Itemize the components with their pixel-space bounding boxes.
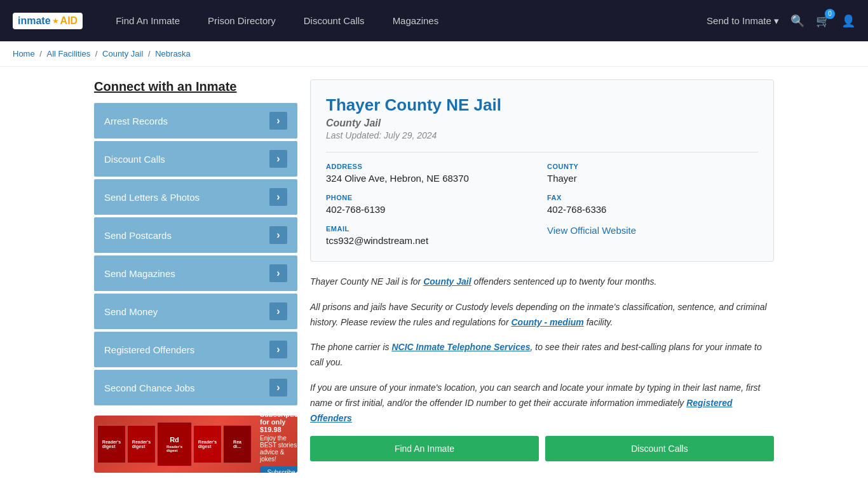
ad-cover-2: Reader'sdigest bbox=[127, 425, 156, 463]
main-container: Connect with an Inmate Arrest Records › … bbox=[85, 79, 783, 473]
nav-links: Find An Inmate Prison Directory Discount… bbox=[102, 0, 707, 41]
detail-county: COUNTY Thayer bbox=[547, 163, 758, 184]
sidebar-item-send-letters[interactable]: Send Letters & Photos › bbox=[94, 179, 297, 215]
nav-find-inmate[interactable]: Find An Inmate bbox=[102, 0, 194, 41]
phone-value: 402-768-6139 bbox=[326, 204, 537, 215]
website-link[interactable]: View Official Website bbox=[547, 225, 758, 236]
arrow-icon: › bbox=[269, 226, 287, 244]
navbar: inmate ★ AID Find An Inmate Prison Direc… bbox=[0, 0, 868, 41]
sidebar-ad: Reader'sdigest Reader'sdigest Rd Reader'… bbox=[94, 416, 297, 473]
ad-cover-4: Readi... bbox=[223, 425, 252, 463]
description: Thayer County NE Jail is for County Jail… bbox=[310, 274, 774, 426]
facility-details: ADDRESS 324 Olive Ave, Hebron, NE 68370 … bbox=[326, 152, 758, 246]
arrow-icon: › bbox=[269, 379, 287, 396]
sidebar-item-registered-offenders[interactable]: Registered Offenders › bbox=[94, 332, 297, 367]
desc-para4: If you are unsure of your inmate's locat… bbox=[310, 381, 774, 426]
nav-prison-directory[interactable]: Prison Directory bbox=[194, 0, 290, 41]
search-icon[interactable]: 🔍 bbox=[790, 14, 804, 28]
nav-magazines[interactable]: Magazines bbox=[379, 0, 453, 41]
sidebar-item-label: Second Chance Jobs bbox=[104, 383, 195, 393]
user-icon[interactable]: 👤 bbox=[841, 14, 855, 28]
address-label: ADDRESS bbox=[326, 163, 537, 170]
arrow-icon: › bbox=[269, 341, 287, 358]
ad-subscribe-button[interactable]: Subscribe Now bbox=[260, 466, 297, 473]
email-label: EMAIL bbox=[326, 225, 537, 233]
detail-website: View Official Website bbox=[547, 225, 758, 246]
sidebar-item-label: Send Money bbox=[104, 306, 158, 317]
logo-inmate-text: inmate bbox=[18, 15, 51, 27]
fax-value: 402-768-6336 bbox=[547, 204, 758, 215]
ad-cover-1: Reader'sdigest bbox=[97, 425, 126, 463]
arrow-icon: › bbox=[269, 112, 287, 130]
breadcrumb-all-facilities[interactable]: All Facilities bbox=[47, 49, 91, 58]
facility-updated: Last Updated: July 29, 2024 bbox=[326, 130, 758, 140]
breadcrumb-sep1: / bbox=[39, 49, 44, 58]
breadcrumb-state[interactable]: Nebraska bbox=[155, 49, 191, 58]
sidebar-menu: Arrest Records › Discount Calls › Send L… bbox=[94, 103, 297, 405]
cart-button[interactable]: 🛒 0 bbox=[816, 14, 830, 28]
main-content: Thayer County NE Jail County Jail Last U… bbox=[310, 79, 774, 473]
sidebar: Connect with an Inmate Arrest Records › … bbox=[94, 79, 297, 473]
ad-text-area: 1 Year Subscription for only $19.98 Enjo… bbox=[255, 416, 297, 473]
facility-name: Thayer County NE Jail bbox=[326, 95, 758, 115]
address-value: 324 Olive Ave, Hebron, NE 68370 bbox=[326, 173, 537, 184]
desc-para2: All prisons and jails have Security or C… bbox=[310, 300, 774, 330]
send-to-inmate-button[interactable]: Send to Inmate ▾ bbox=[707, 15, 779, 27]
detail-address: ADDRESS 324 Olive Ave, Hebron, NE 68370 bbox=[326, 163, 537, 184]
sidebar-item-label: Discount Calls bbox=[104, 154, 165, 165]
county-medium-link[interactable]: County - medium bbox=[511, 317, 583, 327]
sidebar-item-label: Send Postcards bbox=[104, 230, 172, 241]
sidebar-item-arrest-records[interactable]: Arrest Records › bbox=[94, 103, 297, 139]
breadcrumb-sep2: / bbox=[95, 49, 100, 58]
sidebar-item-label: Arrest Records bbox=[104, 116, 168, 126]
county-value: Thayer bbox=[547, 173, 758, 184]
logo-aid-text: AID bbox=[60, 15, 78, 27]
sidebar-title: Connect with an Inmate bbox=[94, 79, 297, 94]
sidebar-item-send-postcards[interactable]: Send Postcards › bbox=[94, 217, 297, 253]
ad-covers: Reader'sdigest Reader'sdigest Rd Reader'… bbox=[94, 416, 255, 473]
arrow-icon: › bbox=[269, 188, 287, 206]
sidebar-item-send-money[interactable]: Send Money › bbox=[94, 294, 297, 329]
sidebar-item-second-chance-jobs[interactable]: Second Chance Jobs › bbox=[94, 370, 297, 405]
fax-label: FAX bbox=[547, 194, 758, 201]
sidebar-item-label: Send Letters & Photos bbox=[104, 192, 200, 203]
find-inmate-button[interactable]: Find An Inmate bbox=[310, 436, 539, 461]
ad-sub: Enjoy the BEST stories, advice & jokes! bbox=[260, 435, 297, 463]
detail-phone: PHONE 402-768-6139 bbox=[326, 194, 537, 215]
breadcrumb-county-jail[interactable]: County Jail bbox=[102, 49, 143, 58]
nav-discount-calls[interactable]: Discount Calls bbox=[290, 0, 379, 41]
logo-star: ★ bbox=[52, 17, 59, 25]
nav-right: Send to Inmate ▾ 🔍 🛒 0 👤 bbox=[707, 14, 855, 28]
desc-para1: Thayer County NE Jail is for County Jail… bbox=[310, 274, 774, 290]
ad-offer: 1 Year Subscription for only $19.98 bbox=[260, 416, 297, 433]
cart-badge: 0 bbox=[825, 9, 835, 19]
breadcrumb-sep3: / bbox=[148, 49, 153, 58]
sidebar-item-discount-calls[interactable]: Discount Calls › bbox=[94, 141, 297, 177]
desc-para3: The phone carrier is NCIC Inmate Telepho… bbox=[310, 340, 774, 370]
arrow-icon: › bbox=[269, 150, 287, 168]
arrow-icon: › bbox=[269, 302, 287, 320]
arrow-icon: › bbox=[269, 264, 287, 282]
email-value: tcs932@windstream.net bbox=[326, 235, 537, 246]
detail-email: EMAIL tcs932@windstream.net bbox=[326, 225, 537, 246]
sidebar-item-label: Registered Offenders bbox=[104, 344, 194, 355]
sidebar-item-label: Send Magazines bbox=[104, 268, 175, 279]
detail-fax: FAX 402-768-6336 bbox=[547, 194, 758, 215]
ncic-link[interactable]: NCIC Inmate Telephone Services bbox=[391, 342, 530, 352]
ad-cover-3: Reader'sdigest bbox=[193, 425, 222, 463]
registered-offenders-link[interactable]: Registered Offenders bbox=[310, 398, 733, 423]
breadcrumb-home[interactable]: Home bbox=[13, 49, 35, 58]
breadcrumb: Home / All Facilities / County Jail / Ne… bbox=[0, 41, 868, 67]
phone-label: PHONE bbox=[326, 194, 537, 201]
county-jail-link[interactable]: County Jail bbox=[423, 276, 471, 287]
discount-calls-button[interactable]: Discount Calls bbox=[545, 436, 774, 461]
facility-card: Thayer County NE Jail County Jail Last U… bbox=[310, 79, 774, 262]
sidebar-item-send-magazines[interactable]: Send Magazines › bbox=[94, 255, 297, 291]
logo[interactable]: inmate ★ AID bbox=[13, 13, 83, 29]
bottom-buttons: Find An Inmate Discount Calls bbox=[310, 436, 774, 461]
facility-type: County Jail bbox=[326, 118, 758, 129]
ad-cover-main: Rd Reader'sdigest bbox=[157, 422, 192, 466]
county-label: COUNTY bbox=[547, 163, 758, 170]
